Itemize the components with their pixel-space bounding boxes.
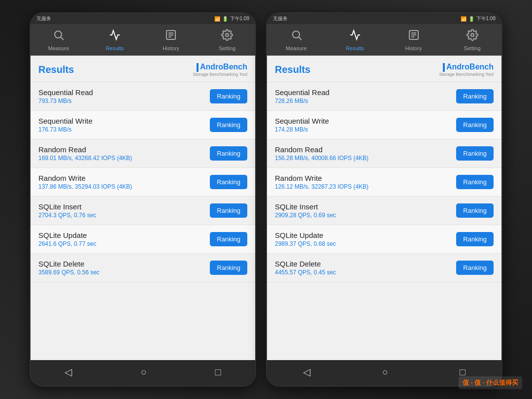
status-bar-right: 无服务 📶 🔋 下午1:08 [267,13,501,24]
nav-history-label-right: History [405,45,422,51]
bench-name-seq-read-left: Sequential Read [38,88,205,97]
ranking-btn-rand-write-left[interactable]: Ranking [210,175,247,189]
nav-bar-left: Measure Results [31,24,255,56]
nav-history-label-left: History [163,45,179,51]
bench-value-sqlite-insert-right: 2909.28 QPS, 0.69 sec [275,212,451,219]
bench-sequential-write-right: Sequential Write 174.28 MB/s Ranking [267,111,501,139]
bench-name-sqlite-update-left: SQLite Update [38,231,205,239]
bench-name-sqlite-update-right: SQLite Update [275,231,451,239]
nav-results-left[interactable]: Results [87,28,143,52]
logo-bench-right: Bench [469,63,494,71]
bench-value-sqlite-insert-left: 2704.3 QPS, 0.76 sec [38,212,205,219]
bench-name-sqlite-insert-right: SQLite Insert [275,202,451,211]
bench-sqlite-update-right: SQLite Update 2989.37 QPS, 0.68 sec Rank… [267,225,501,254]
bench-name-seq-write-left: Sequential Write [38,117,205,125]
bench-value-seq-read-right: 728.26 MB/s [275,98,451,104]
ranking-btn-sqlite-insert-right[interactable]: Ranking [456,203,494,218]
bench-random-write-right: Random Write 126.12 MB/s, 32287.23 IOPS … [267,168,501,197]
bench-value-rand-write-left: 137.86 MB/s, 35294.03 IOPS (4KB) [38,183,205,190]
bench-value-sqlite-delete-left: 3589.69 QPS, 0.56 sec [38,269,205,276]
bench-value-rand-write-right: 126.12 MB/s, 32287.23 IOPS (4KB) [275,183,451,190]
logo-andro: Andro [200,63,223,71]
nav-bar-right: Measure Results [267,24,501,56]
ranking-btn-sqlite-insert-left[interactable]: Ranking [210,203,247,218]
bench-sequential-read-right: Sequential Read 728.26 MB/s Ranking [267,82,501,111]
logo-accent-left [197,63,199,72]
logo-andro-right: Andro [446,63,469,71]
carrier-left: 无服务 [36,15,51,22]
bench-name-sqlite-delete-left: SQLite Delete [38,260,205,268]
logo-sub-right: Storage Benchmarking Tool [439,72,494,77]
bench-name-sqlite-insert-left: SQLite Insert [38,202,205,211]
content-right: Results AndroBench Storage Benchmarking … [267,56,501,360]
nav-history-left[interactable]: History [143,28,199,52]
logo-bench: Bench [223,63,247,71]
home-btn-left[interactable]: ○ [131,365,156,380]
androbench-logo-left: AndroBench Storage Benchmarking Tool [193,63,247,77]
bench-name-sqlite-delete-right: SQLite Delete [275,260,451,268]
ranking-btn-sqlite-update-right[interactable]: Ranking [456,232,494,246]
nav-results-label-right: Results [346,45,364,51]
recent-btn-left[interactable]: □ [205,365,231,380]
nav-setting-right[interactable]: Setting [443,28,501,52]
bench-sqlite-update-left: SQLite Update 2641.6 QPS, 0.77 sec Ranki… [31,225,255,254]
ranking-btn-rand-write-right[interactable]: Ranking [456,175,494,189]
bench-sequential-read-left: Sequential Read 793.73 MB/s Ranking [31,82,255,111]
battery-icon: 🔋 [222,16,228,22]
bench-name-seq-write-right: Sequential Write [275,117,451,125]
bench-sqlite-insert-left: SQLite Insert 2704.3 QPS, 0.76 sec Ranki… [31,197,255,225]
bench-value-seq-write-left: 176.73 MB/s [38,126,205,133]
svg-line-1 [61,37,64,40]
wifi-icon-right: 📶 [461,16,466,22]
bench-random-read-left: Random Read 169.01 MB/s, 43268.42 IOPS (… [31,139,255,168]
ranking-btn-seq-read-left[interactable]: Ranking [210,89,247,103]
ranking-btn-seq-write-left[interactable]: Ranking [210,118,247,132]
phone-left: 无服务 📶 🔋 下午1:09 Measure [30,12,256,387]
androbench-logo-right: AndroBench Storage Benchmarking Tool [439,63,494,77]
nav-results-right[interactable]: Results [326,28,384,52]
results-icon-left [109,29,121,44]
carrier-right: 无服务 [273,15,288,22]
bench-sequential-write-left: Sequential Write 176.73 MB/s Ranking [31,111,255,139]
nav-history-right[interactable]: History [384,28,443,52]
ranking-btn-rand-read-right[interactable]: Ranking [456,146,494,161]
nav-setting-left[interactable]: Setting [199,28,255,52]
bench-name-rand-write-right: Random Write [275,174,451,182]
bench-name-rand-write-left: Random Write [38,174,205,182]
back-btn-right[interactable]: ◁ [293,364,320,380]
bench-value-rand-read-left: 169.01 MB/s, 43268.42 IOPS (4KB) [38,155,205,162]
results-title-left: Results [38,64,74,75]
svg-point-7 [293,31,299,38]
results-header-right: Results AndroBench Storage Benchmarking … [267,56,501,82]
content-left: Results AndroBench Storage Benchmarking … [31,56,255,360]
nav-measure-left[interactable]: Measure [31,28,87,52]
bottom-bar-left: ◁ ○ □ [31,360,255,386]
nav-setting-label-right: Setting [464,45,480,51]
logo-sub-left: Storage Benchmarking Tool [193,72,247,77]
bench-value-sqlite-update-right: 2989.37 QPS, 0.68 sec [275,240,451,247]
nav-measure-label-right: Measure [286,45,307,51]
bench-random-read-right: Random Read 156.28 MB/s, 40008.66 IOPS (… [267,139,501,168]
ranking-btn-sqlite-delete-right[interactable]: Ranking [456,261,494,275]
home-btn-right[interactable]: ○ [372,365,398,380]
bench-sqlite-insert-right: SQLite Insert 2909.28 QPS, 0.69 sec Rank… [267,197,501,225]
results-icon-right [349,29,361,44]
ranking-btn-seq-write-right[interactable]: Ranking [456,118,494,132]
bench-name-rand-read-right: Random Read [275,145,451,154]
ranking-btn-rand-read-left[interactable]: Ranking [210,146,247,161]
bench-name-rand-read-left: Random Read [38,145,205,154]
status-bar-left: 无服务 📶 🔋 下午1:09 [31,13,255,24]
bench-value-seq-write-right: 174.28 MB/s [275,126,451,133]
bench-sqlite-delete-left: SQLite Delete 3589.69 QPS, 0.56 sec Rank… [31,254,255,282]
back-btn-left[interactable]: ◁ [55,364,82,380]
ranking-btn-sqlite-delete-left[interactable]: Ranking [210,261,247,275]
watermark-icon: 值 [463,379,469,386]
nav-measure-right[interactable]: Measure [267,28,326,52]
time-left: 📶 🔋 下午1:09 [214,15,249,22]
svg-point-0 [55,31,62,38]
measure-icon-right [291,29,302,44]
history-icon-right [408,29,420,44]
ranking-btn-sqlite-update-left[interactable]: Ranking [210,232,247,246]
bench-value-sqlite-update-left: 2641.6 QPS, 0.77 sec [38,240,205,247]
ranking-btn-seq-read-right[interactable]: Ranking [456,89,494,103]
